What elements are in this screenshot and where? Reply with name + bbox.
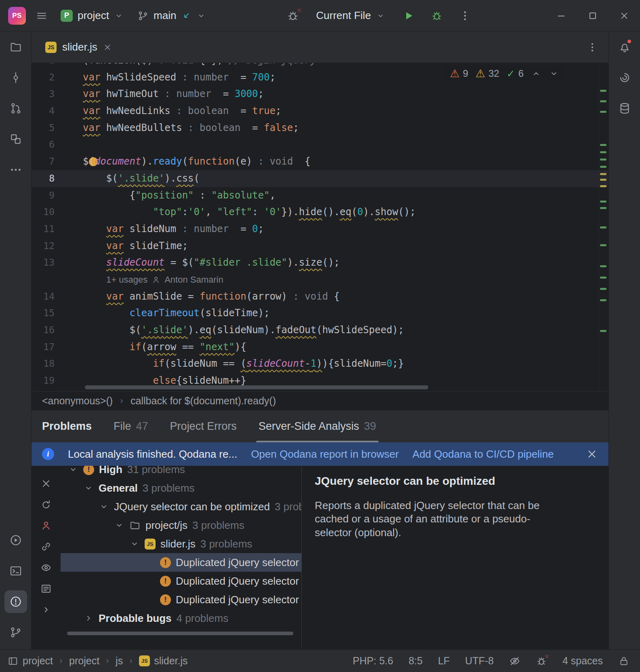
banner-close-icon[interactable]: [586, 448, 598, 460]
breadcrumb-member[interactable]: callback for $(document).ready(): [131, 395, 276, 407]
code-line[interactable]: 7$(document).ready(function(e) : void {: [32, 153, 608, 170]
structure-tool-button[interactable]: [4, 128, 27, 150]
problem-tree-row[interactable]: !High31 problems: [61, 466, 301, 479]
close-toolwindow-button[interactable]: [37, 475, 55, 492]
editor-horizontal-scrollbar[interactable]: [85, 385, 428, 389]
lock-icon[interactable]: [618, 655, 629, 667]
code-line[interactable]: 9 {"position" : "absolute",: [32, 187, 608, 204]
usages-hint[interactable]: 1+ usages: [106, 271, 147, 288]
vcs-change-mark[interactable]: [600, 244, 606, 246]
problem-tree-row[interactable]: !Duplicated jQuery selector: [61, 590, 301, 609]
chevron-right-icon[interactable]: [83, 613, 94, 623]
problem-tree-row[interactable]: Probable bugs4 problems: [61, 609, 301, 628]
code-line[interactable]: 10 "top":'0', "left": '0'}).hide().eq(0)…: [32, 204, 608, 221]
problem-tree-row[interactable]: General3 problems: [61, 479, 301, 497]
chevron-down-icon[interactable]: [83, 483, 94, 493]
vcs-change-mark[interactable]: [600, 299, 606, 301]
vcs-change-mark[interactable]: [600, 166, 606, 168]
vcs-change-mark[interactable]: [600, 288, 606, 290]
line-separator-widget[interactable]: LF: [438, 655, 450, 667]
code-line[interactable]: 8 $('.slide').css(: [32, 170, 608, 187]
vcs-change-mark[interactable]: [600, 158, 606, 161]
code-line[interactable]: 14 var animSlide = function(arrow) : voi…: [32, 288, 608, 305]
qodana-status-icon[interactable]: [536, 655, 547, 667]
minimize-button[interactable]: [551, 6, 571, 26]
breadcrumb-scope[interactable]: <anonymous>(): [42, 395, 113, 407]
vcs-change-mark[interactable]: [600, 201, 606, 203]
debug-button[interactable]: [426, 4, 448, 27]
problem-tree-row[interactable]: !Duplicated jQuery selector: [61, 572, 301, 590]
vcs-change-mark[interactable]: [600, 100, 606, 102]
code-editor[interactable]: 1(function($) : void { }; // begin jquer…: [32, 63, 608, 391]
tab-slider-js[interactable]: JS slider.js: [41, 32, 116, 63]
tab-project-errors[interactable]: Project Errors: [170, 410, 237, 442]
vcs-change-mark[interactable]: [600, 151, 606, 153]
code-line[interactable]: 1+ usagesAnton Samarin: [32, 271, 608, 288]
project-tool-button[interactable]: [4, 36, 27, 58]
status-crumb[interactable]: project: [69, 655, 99, 667]
vcs-change-mark[interactable]: [600, 207, 606, 209]
terminal-tool-button[interactable]: [4, 560, 27, 582]
code-line[interactable]: 6: [32, 136, 608, 153]
warning-stripe-mark[interactable]: [600, 179, 606, 181]
problem-tree-row[interactable]: JQuery selector can be optimized3 proble…: [61, 497, 301, 516]
next-problem-icon[interactable]: [549, 68, 559, 79]
problem-tree-row[interactable]: !Duplicated jQuery selector: [61, 553, 301, 572]
error-stripe[interactable]: [599, 63, 607, 391]
status-crumb[interactable]: js: [116, 655, 123, 667]
vcs-change-mark[interactable]: [600, 111, 606, 113]
database-button[interactable]: [613, 97, 636, 120]
author-filter-button[interactable]: [37, 517, 55, 535]
description-button[interactable]: [37, 580, 55, 598]
run-config-selector[interactable]: Current File: [310, 4, 391, 27]
problems-tool-button[interactable]: [4, 590, 27, 613]
caret-position-widget[interactable]: 8:5: [408, 655, 423, 667]
tab-file[interactable]: File 47: [114, 410, 148, 442]
encoding-widget[interactable]: UTF-8: [465, 655, 494, 667]
commit-tool-button[interactable]: [4, 66, 27, 89]
inspections-widget[interactable]: ⚠9 ⚠32 ✓6: [445, 66, 564, 81]
run-tool-button[interactable]: [4, 529, 27, 552]
preview-button[interactable]: [37, 559, 55, 577]
refresh-button[interactable]: [37, 496, 55, 514]
expand-button[interactable]: [37, 601, 55, 619]
highlighting-off-icon[interactable]: [509, 655, 520, 667]
run-button[interactable]: [398, 4, 419, 27]
vcs-change-mark[interactable]: [600, 330, 606, 332]
link-button[interactable]: [37, 538, 55, 556]
chevron-down-icon[interactable]: [99, 501, 109, 512]
code-line[interactable]: 11 var slideNum : number = 0;: [32, 221, 608, 238]
prev-problem-icon[interactable]: [531, 68, 541, 79]
php-version-widget[interactable]: PHP: 5.6: [353, 655, 393, 667]
author-hint[interactable]: Anton Samarin: [164, 271, 223, 288]
vcs-change-mark[interactable]: [600, 277, 606, 279]
code-line[interactable]: 18 if(slideNum == (slideCount-1)){slideN…: [32, 355, 608, 372]
more-tools-button[interactable]: [4, 158, 27, 181]
status-crumb[interactable]: slider.js: [154, 655, 187, 667]
debugger-muted-button[interactable]: [282, 4, 304, 27]
warning-stripe-mark[interactable]: [600, 173, 606, 175]
problem-tree-row[interactable]: JSslider.js3 problems: [61, 535, 301, 553]
vcs-widget[interactable]: main: [132, 4, 212, 27]
warning-stripe-mark[interactable]: [600, 185, 606, 187]
code-line[interactable]: 12 var slideTime;: [32, 238, 608, 255]
vcs-change-mark[interactable]: [600, 265, 606, 267]
chevron-down-icon[interactable]: [68, 466, 78, 475]
code-line[interactable]: 13 slideCount = $("#slider .slide").size…: [32, 254, 608, 271]
status-crumb[interactable]: project: [23, 655, 53, 667]
version-control-tool-button[interactable]: [4, 621, 27, 644]
project-widget[interactable]: P project: [55, 4, 129, 27]
code-line[interactable]: 17 if(arrow == "next"){: [32, 339, 608, 356]
tab-close-icon[interactable]: [103, 43, 112, 52]
add-qodana-cicd-link[interactable]: Add Qodana to CI/CD pipeline: [413, 448, 554, 461]
vcs-change-mark[interactable]: [600, 144, 606, 146]
chevron-down-icon[interactable]: [129, 539, 140, 549]
code-line[interactable]: 15 clearTimeout(slideTime);: [32, 305, 608, 322]
code-line[interactable]: 4var hwNeedLinks : boolean = true;: [32, 103, 608, 120]
code-line[interactable]: 5var hwNeedBullets : boolean = false;: [32, 120, 608, 137]
pull-requests-tool-button[interactable]: [4, 97, 27, 120]
chevron-down-icon[interactable]: [114, 520, 124, 530]
problem-tree-row[interactable]: project/js3 problems: [61, 516, 301, 535]
more-actions-button[interactable]: [454, 4, 476, 27]
open-qodana-report-link[interactable]: Open Qodana report in browser: [251, 448, 399, 461]
